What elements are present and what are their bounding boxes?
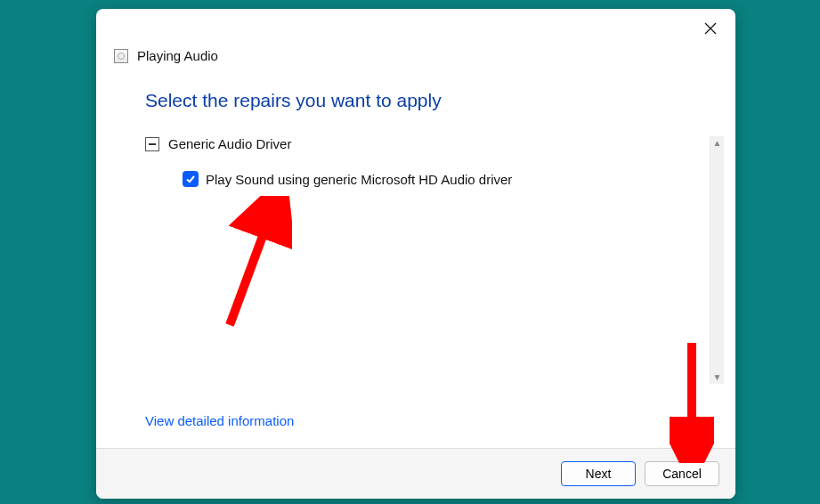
main-content: Select the repairs you want to apply Gen… <box>96 79 735 448</box>
cancel-button[interactable]: Cancel <box>645 461 719 486</box>
footer: Next Cancel <box>96 448 735 499</box>
close-button[interactable] <box>696 16 725 41</box>
close-icon <box>704 22 717 35</box>
troubleshooter-dialog: Playing Audio Select the repairs you wan… <box>96 9 735 499</box>
repair-group[interactable]: Generic Audio Driver <box>145 136 710 151</box>
scroll-down-icon: ▼ <box>711 370 724 384</box>
repair-item-label: Play Sound using generic Microsoft HD Au… <box>206 172 512 187</box>
repair-checkbox[interactable] <box>183 171 199 187</box>
header: Playing Audio <box>96 41 735 79</box>
scrollbar[interactable]: ▲ ▼ <box>710 136 724 384</box>
collapse-icon <box>145 137 159 151</box>
scroll-up-icon: ▲ <box>711 136 724 150</box>
repairs-list: Generic Audio Driver Play Sound using ge… <box>145 136 710 187</box>
next-button[interactable]: Next <box>561 461 636 486</box>
next-button-label: Next <box>586 467 612 481</box>
window-title: Playing Audio <box>137 48 218 63</box>
repairs-list-container: Generic Audio Driver Play Sound using ge… <box>145 136 686 384</box>
check-icon <box>185 174 196 184</box>
titlebar <box>96 9 735 41</box>
repair-item[interactable]: Play Sound using generic Microsoft HD Au… <box>183 171 710 187</box>
instruction-heading: Select the repairs you want to apply <box>145 90 686 111</box>
view-detailed-info-link[interactable]: View detailed information <box>145 413 294 428</box>
cancel-button-label: Cancel <box>662 467 702 481</box>
audio-troubleshoot-icon <box>114 49 128 63</box>
repair-group-label: Generic Audio Driver <box>168 136 291 151</box>
